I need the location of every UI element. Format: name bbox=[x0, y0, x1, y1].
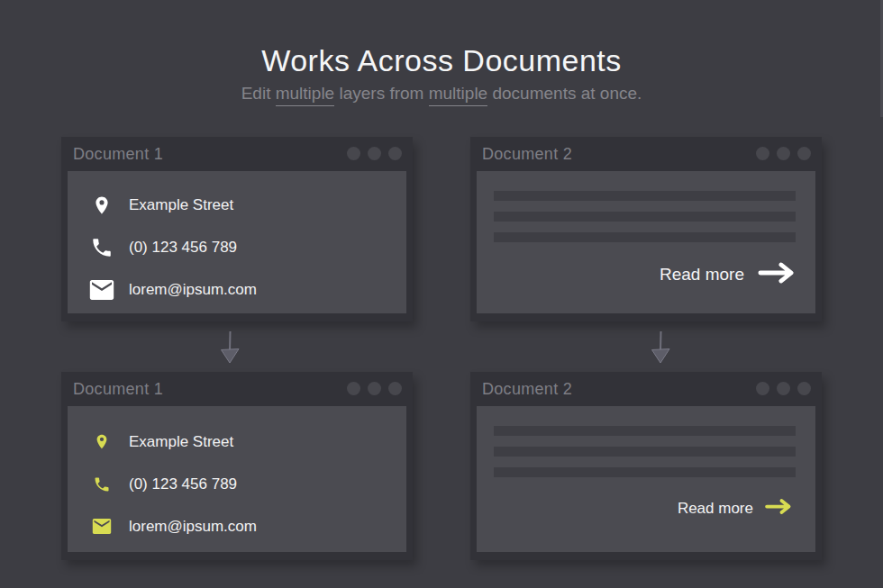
read-more-link[interactable]: Read more bbox=[660, 261, 796, 288]
window-control-dot[interactable] bbox=[756, 382, 769, 395]
subtitle-text: Edit bbox=[241, 84, 276, 103]
document-window-1-edited: Document 1 Example Street bbox=[61, 372, 413, 560]
contact-address-text: Example Street bbox=[129, 196, 233, 214]
contact-email-text: lorem@ipsum.com bbox=[129, 281, 257, 299]
window-control-dot[interactable] bbox=[756, 147, 769, 160]
down-arrow-icon bbox=[218, 330, 241, 368]
window-titlebar: Document 2 bbox=[470, 137, 822, 171]
document-window-2-edited: Document 2 Read more bbox=[470, 372, 822, 560]
window-control-dot[interactable] bbox=[797, 382, 811, 395]
window-control-dot[interactable] bbox=[388, 147, 402, 160]
window-control-dot[interactable] bbox=[777, 147, 790, 160]
contact-row-address: Example Street bbox=[68, 184, 406, 226]
placeholder-line bbox=[494, 212, 796, 222]
location-pin-icon bbox=[87, 193, 116, 218]
contact-row-email: lorem@ipsum.com bbox=[68, 505, 406, 547]
window-title: Document 1 bbox=[73, 380, 163, 399]
contact-email-text: lorem@ipsum.com bbox=[129, 518, 257, 536]
contact-phone-text: (0) 123 456 789 bbox=[129, 475, 237, 493]
window-titlebar: Document 1 bbox=[61, 372, 413, 406]
placeholder-line bbox=[494, 426, 796, 436]
contact-row-email: lorem@ipsum.com bbox=[68, 268, 406, 311]
document-content: Read more bbox=[477, 406, 815, 552]
window-title: Document 1 bbox=[73, 145, 163, 164]
down-arrow-icon bbox=[649, 330, 672, 368]
arrow-right-icon bbox=[758, 261, 796, 288]
page-title: Works Across Documents bbox=[0, 43, 883, 78]
subtitle-text: layers from bbox=[334, 84, 429, 103]
document-window-2: Document 2 Read more bbox=[470, 137, 822, 321]
contact-row-phone: (0) 123 456 789 bbox=[68, 463, 406, 505]
subtitle-text: documents at once. bbox=[487, 84, 642, 103]
placeholder-line bbox=[494, 232, 796, 242]
placeholder-line bbox=[494, 467, 796, 477]
subtitle-emphasis-multiple: multiple bbox=[429, 85, 487, 106]
document-window-1: Document 1 Example Street bbox=[61, 137, 413, 321]
document-content: Example Street (0) 123 456 789 lorem@ips… bbox=[68, 171, 406, 313]
contact-address-text: Example Street bbox=[129, 433, 233, 451]
page-background: Works Across Documents Edit multiple lay… bbox=[0, 0, 883, 588]
envelope-icon bbox=[87, 519, 116, 534]
document-content: Example Street (0) 123 456 789 lorem@ips… bbox=[68, 406, 406, 552]
contact-phone-text: (0) 123 456 789 bbox=[129, 239, 237, 257]
read-more-label: Read more bbox=[660, 265, 744, 285]
text-placeholder-lines bbox=[477, 171, 815, 242]
window-controls bbox=[347, 147, 402, 160]
text-placeholder-lines bbox=[477, 406, 815, 477]
window-titlebar: Document 2 bbox=[470, 372, 822, 406]
placeholder-line bbox=[494, 447, 796, 457]
contact-row-phone: (0) 123 456 789 bbox=[68, 226, 406, 268]
window-controls bbox=[347, 382, 402, 395]
phone-icon bbox=[87, 236, 116, 259]
document-content: Read more bbox=[477, 171, 815, 313]
page-subtitle: Edit multiple layers from multiple docum… bbox=[0, 84, 883, 106]
window-controls bbox=[756, 147, 811, 160]
window-title: Document 2 bbox=[482, 145, 572, 164]
subtitle-emphasis-multiple: multiple bbox=[276, 85, 334, 106]
read-more-link[interactable]: Read more bbox=[678, 498, 792, 519]
window-controls bbox=[756, 382, 811, 395]
window-control-dot[interactable] bbox=[368, 147, 381, 160]
location-pin-icon bbox=[87, 431, 116, 452]
window-control-dot[interactable] bbox=[347, 147, 360, 160]
window-control-dot[interactable] bbox=[388, 382, 402, 395]
window-control-dot[interactable] bbox=[797, 147, 811, 160]
arrow-right-icon bbox=[765, 498, 792, 519]
envelope-icon bbox=[87, 280, 116, 300]
window-control-dot[interactable] bbox=[347, 382, 360, 395]
phone-icon bbox=[87, 475, 116, 493]
window-control-dot[interactable] bbox=[368, 382, 381, 395]
contact-row-address: Example Street bbox=[68, 421, 406, 463]
read-more-label: Read more bbox=[678, 500, 753, 518]
window-titlebar: Document 1 bbox=[61, 137, 413, 171]
window-title: Document 2 bbox=[482, 380, 572, 399]
window-control-dot[interactable] bbox=[777, 382, 790, 395]
placeholder-line bbox=[494, 191, 796, 201]
